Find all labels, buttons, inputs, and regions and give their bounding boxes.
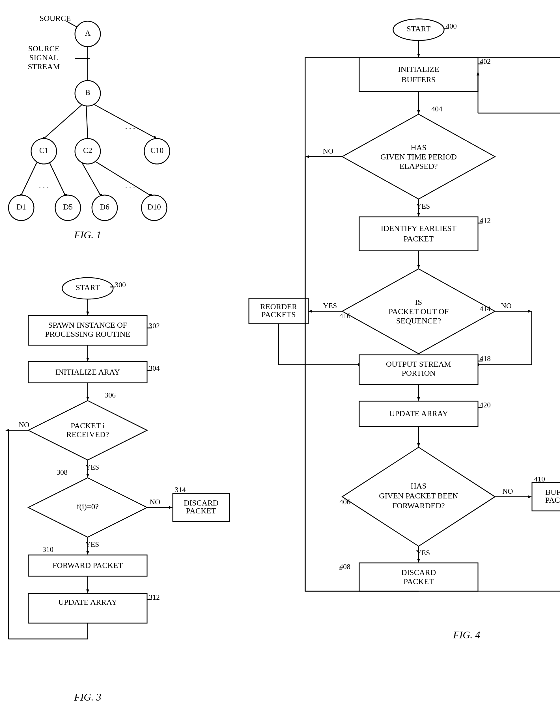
svg-marker-26 (86, 358, 89, 362)
ref-414: 414 (480, 305, 491, 313)
spawn302: SPAWN INSTANCE OF (48, 321, 127, 330)
svg-line-12 (49, 163, 65, 195)
ref-304: 304 (149, 364, 160, 372)
ref-302: 302 (149, 322, 160, 330)
svg-marker-86 (417, 443, 420, 447)
svg-marker-62 (417, 213, 420, 217)
start300: START (76, 283, 100, 292)
node-d5: D5 (63, 203, 73, 211)
source-signal-label2: SIGNAL (29, 53, 59, 62)
outOfSeq414b: PACKET OUT OF (389, 307, 449, 316)
forwardPkt310: FORWARD PACKET (53, 561, 123, 570)
svg-marker-89 (528, 495, 532, 498)
svg-marker-82 (417, 397, 420, 401)
timePeriod404c: ELAPSED? (399, 162, 438, 171)
fig4-label: FIG. 4 (453, 629, 480, 641)
source-signal-label: SOURCE (28, 44, 59, 53)
identEarliest412b: PACKET (404, 234, 434, 243)
updateArray312a: UPDATE ARRAY (58, 598, 117, 606)
initBuf402b: BUFFERS (401, 75, 436, 84)
ref-412: 412 (480, 217, 491, 225)
discardPkt314a: DISCARD (184, 498, 219, 507)
initArray304: INITIALIZE ARAY (55, 367, 120, 376)
ref-402: 402 (480, 57, 491, 66)
outputStream418a: OUTPUT STREAM (386, 360, 451, 368)
packetRcvd306: PACKET i (71, 421, 105, 430)
node-c1: C1 (39, 146, 49, 155)
svg-marker-66 (417, 265, 420, 269)
yes-fi: YES (85, 540, 99, 548)
svg-marker-53 (417, 54, 420, 58)
yes-packet: YES (85, 463, 99, 471)
outOfSeq414a: IS (415, 298, 422, 307)
no-seq: NO (501, 302, 512, 310)
node-a: A (85, 29, 91, 37)
pktFwd406b: GIVEN PACKET BEEN (379, 491, 458, 500)
node-c10: C10 (150, 146, 164, 155)
ref-300: 300 (115, 281, 126, 289)
svg-rect-54 (359, 58, 478, 92)
svg-marker-38 (169, 506, 173, 509)
node-d6: D6 (100, 203, 109, 211)
no-fi: NO (150, 498, 160, 506)
ref-420: 420 (480, 401, 491, 409)
ref-418: 418 (480, 355, 491, 363)
yes-fwd: YES (416, 549, 430, 557)
svg-marker-22 (86, 312, 89, 316)
svg-line-5 (44, 105, 82, 139)
ref-310: 310 (42, 545, 53, 553)
ref-406: 406 (339, 498, 350, 506)
svg-marker-60 (305, 155, 309, 158)
ref-400: 400 (446, 22, 457, 30)
fi308: f(i)=0? (77, 502, 99, 511)
ref-416: 416 (339, 312, 350, 320)
no-time: NO (323, 147, 333, 155)
ref-306: 306 (105, 391, 116, 399)
no-fwd: NO (502, 487, 513, 495)
timePeriod404a: HAS (411, 143, 427, 152)
fig1-label: FIG. 1 (74, 229, 101, 241)
spawn302b: PROCESSING ROUTINE (45, 330, 130, 339)
ref-404: 404 (431, 105, 442, 113)
svg-marker-41 (86, 551, 89, 555)
pktFwd406a: HAS (411, 481, 427, 490)
ref-410: 410 (534, 475, 545, 483)
reorderPkts416a: REORDER (260, 302, 297, 311)
node-d10: D10 (147, 203, 161, 211)
svg-marker-44 (86, 589, 89, 593)
initBuf402a: INITIALIZE (398, 65, 439, 74)
svg-line-11 (21, 163, 37, 195)
yes-time: YES (416, 202, 430, 210)
node-d1: D1 (16, 203, 26, 211)
svg-marker-35 (86, 474, 89, 478)
dots-d1: . . . (39, 181, 49, 190)
svg-line-16 (96, 162, 150, 195)
source-label: SOURCE (40, 14, 71, 23)
ref-314: 314 (175, 486, 186, 494)
svg-marker-96 (417, 559, 420, 563)
discardPkt314b: PACKET (186, 506, 216, 515)
reorderPkts416b: PACKETS (261, 310, 296, 319)
discardPkt408b: PACKET (404, 577, 434, 586)
bufferPkt410b: PACKET (545, 495, 560, 504)
updateArray420: UPDATE ARRAY (389, 409, 448, 418)
ref-312: 312 (149, 593, 160, 601)
svg-rect-63 (359, 217, 478, 251)
svg-marker-30 (86, 397, 89, 400)
fig3-label: FIG. 3 (74, 692, 101, 703)
node-c2: C2 (83, 146, 92, 155)
timePeriod404b: GIVEN TIME PERIOD (380, 152, 457, 161)
node-b: B (85, 88, 91, 97)
svg-line-7 (93, 104, 156, 138)
page: SOURCE A SOURCE SIGNAL STREAM B . . . C1… (0, 0, 560, 728)
start400-top: START (407, 24, 431, 33)
yes-seq-label: YES (323, 302, 337, 310)
ref-308: 308 (57, 468, 68, 476)
outputStream418b: PORTION (402, 369, 436, 377)
identEarliest412a: IDENTIFY EARLIEST (381, 224, 456, 233)
source-signal-label3: STREAM (28, 62, 60, 71)
pktFwd406c: FORWARDED? (392, 501, 445, 510)
no-packet: NO (19, 421, 29, 429)
svg-marker-57 (417, 110, 420, 114)
discardPkt408a: DISCARD (401, 568, 436, 577)
